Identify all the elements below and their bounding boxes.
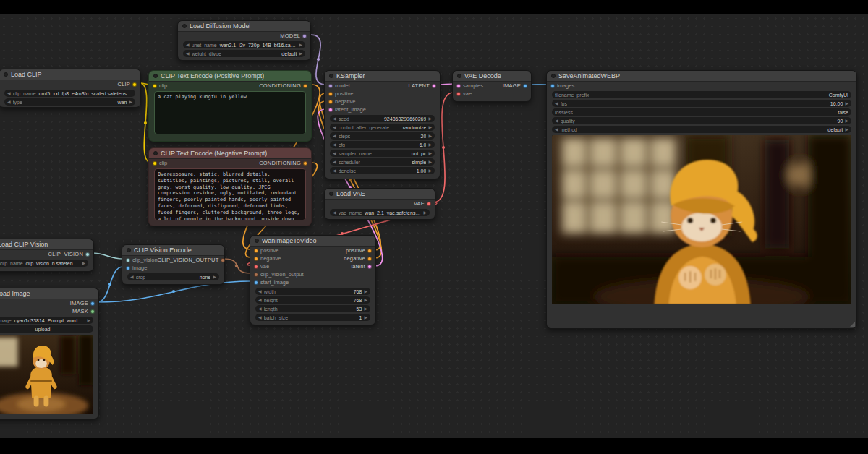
input-slot-positive[interactable]: positive xyxy=(254,247,278,254)
widget-control-after-generate[interactable]: control_after_generate randomize xyxy=(330,124,435,131)
slot-dot-icon[interactable] xyxy=(456,84,461,88)
slot-dot-icon[interactable] xyxy=(328,92,333,96)
slot-dot-icon[interactable] xyxy=(328,84,333,88)
negative-prompt-text[interactable]: Overexposure, static, blurred details, s… xyxy=(154,168,306,220)
node-header[interactable]: Load CLIP xyxy=(0,69,140,80)
output-slot-positive[interactable]: positive xyxy=(346,247,372,254)
arrow-right-icon[interactable] xyxy=(82,261,85,265)
node-header[interactable]: Load Image xyxy=(0,288,98,299)
slot-dot-icon[interactable] xyxy=(427,202,431,206)
output-slot-image[interactable]: IMAGE xyxy=(503,82,527,89)
output-slot-clip-vision[interactable]: CLIP_VISION xyxy=(48,251,90,257)
arrow-left-icon[interactable] xyxy=(555,127,558,132)
upload-button[interactable]: upload xyxy=(0,325,93,333)
slot-dot-icon[interactable] xyxy=(254,273,258,277)
node-load-clip-vision[interactable]: Load CLIP Vision CLIP_VISION clip_name c… xyxy=(0,239,94,272)
slot-dot-icon[interactable] xyxy=(132,82,137,87)
arrow-left-icon[interactable] xyxy=(186,43,190,47)
node-save-animated-webp[interactable]: SaveAnimatedWEBP images filename_prefix … xyxy=(546,70,857,329)
node-header[interactable]: KSampler xyxy=(325,71,440,82)
input-slot-vae[interactable]: vae xyxy=(456,90,472,97)
output-slot-mask[interactable]: MASK xyxy=(72,308,95,314)
slot-dot-icon[interactable] xyxy=(456,92,461,96)
node-vae-decode[interactable]: VAE Decode samples IMAGE vae xyxy=(452,70,532,102)
arrow-right-icon[interactable] xyxy=(428,151,432,155)
slot-dot-icon[interactable] xyxy=(126,258,130,262)
input-slot-negative[interactable]: negative xyxy=(328,98,355,105)
input-slot-start-image[interactable]: start_image xyxy=(254,279,289,286)
slot-dot-icon[interactable] xyxy=(432,84,436,88)
arrow-left-icon[interactable] xyxy=(333,125,336,129)
input-slot-clip-vision-output[interactable]: clip_vision_output xyxy=(254,271,304,278)
collapse-dot-icon[interactable] xyxy=(329,74,333,78)
positive-prompt-text[interactable]: a cat playing kungfu in yellow xyxy=(154,91,306,134)
arrow-left-icon[interactable] xyxy=(130,275,134,279)
widget-unet-name[interactable]: unet_name wan2.1_i2v_720p_14B_bf16.safet… xyxy=(183,41,305,48)
output-slot-latent[interactable]: LATENT xyxy=(409,82,436,89)
node-header[interactable]: WanImageToVideo xyxy=(250,236,375,247)
slot-dot-icon[interactable] xyxy=(254,249,258,253)
collapse-dot-icon[interactable] xyxy=(4,72,8,77)
slot-dot-icon[interactable] xyxy=(367,265,372,269)
arrow-right-icon[interactable] xyxy=(845,101,848,106)
slot-dot-icon[interactable] xyxy=(303,84,307,88)
widget-height[interactable]: height 768 xyxy=(255,296,370,304)
arrow-left-icon[interactable] xyxy=(258,298,262,302)
arrow-right-icon[interactable] xyxy=(129,100,132,104)
output-slot-conditioning[interactable]: CONDITIONING xyxy=(259,160,307,166)
widget-fps[interactable]: fps 16.00 xyxy=(552,100,851,107)
node-header[interactable]: SaveAnimatedWEBP xyxy=(547,71,856,82)
input-slot-model[interactable]: model xyxy=(328,82,349,89)
slot-dot-icon[interactable] xyxy=(153,161,157,166)
arrow-left-icon[interactable] xyxy=(333,151,336,155)
input-slot-image[interactable]: image xyxy=(126,265,147,271)
widget-lossless[interactable]: lossless false xyxy=(552,108,851,116)
arrow-left-icon[interactable] xyxy=(333,160,336,164)
slot-dot-icon[interactable] xyxy=(221,258,225,262)
collapse-dot-icon[interactable] xyxy=(329,192,333,196)
node-header[interactable]: CLIP Text Encode (Positive Prompt) xyxy=(149,71,311,82)
collapse-dot-icon[interactable] xyxy=(551,74,556,78)
output-slot-latent[interactable]: latent xyxy=(351,263,372,270)
arrow-left-icon[interactable] xyxy=(333,116,336,121)
arrow-right-icon[interactable] xyxy=(299,51,302,56)
arrow-left-icon[interactable] xyxy=(258,289,262,294)
node-header[interactable]: CLIP Text Encode (Negative Prompt) xyxy=(149,148,311,159)
input-slot-positive[interactable]: positive xyxy=(328,90,353,97)
arrow-left-icon[interactable] xyxy=(333,134,336,138)
output-slot-conditioning[interactable]: CONDITIONING xyxy=(259,82,307,89)
arrow-right-icon[interactable] xyxy=(364,289,367,294)
slot-dot-icon[interactable] xyxy=(303,161,307,166)
widget-sampler-name[interactable]: sampler_name uni_pc xyxy=(330,150,435,157)
arrow-right-icon[interactable] xyxy=(428,160,432,164)
slot-dot-icon[interactable] xyxy=(153,84,157,88)
arrow-left-icon[interactable] xyxy=(7,91,11,95)
collapse-dot-icon[interactable] xyxy=(182,24,187,28)
input-slot-latent-image[interactable]: latent_image xyxy=(328,106,366,113)
slot-dot-icon[interactable] xyxy=(328,100,333,104)
node-wan-image-to-video[interactable]: WanImageToVideo positive positive negati… xyxy=(250,235,376,325)
collapse-dot-icon[interactable] xyxy=(255,239,259,243)
node-load-diffusion-model[interactable]: Load Diffusion Model MODEL unet_name wan… xyxy=(177,20,311,61)
slot-dot-icon[interactable] xyxy=(367,249,372,253)
arrow-right-icon[interactable] xyxy=(428,125,432,129)
node-clip-text-encode-positive[interactable]: CLIP Text Encode (Positive Prompt) clip … xyxy=(148,70,312,142)
widget-quality[interactable]: quality 90 xyxy=(552,117,851,124)
output-slot-vae[interactable]: VAE xyxy=(414,200,431,207)
collapse-dot-icon[interactable] xyxy=(127,248,131,252)
widget-clip-name[interactable]: clip_name clip_vision_h.safetensors xyxy=(0,260,88,267)
arrow-left-icon[interactable] xyxy=(333,168,336,173)
arrow-right-icon[interactable] xyxy=(845,127,848,132)
arrow-right-icon[interactable] xyxy=(423,210,427,215)
widget-crop[interactable]: crop none xyxy=(127,273,219,280)
node-header[interactable]: CLIP Vision Encode xyxy=(122,245,224,256)
widget-filename-prefix[interactable]: filename_prefix ComfyUI xyxy=(552,91,851,98)
output-slot-image[interactable]: IMAGE xyxy=(70,300,95,307)
slot-dot-icon[interactable] xyxy=(254,265,258,269)
input-slot-negative[interactable]: negative xyxy=(254,255,281,262)
arrow-left-icon[interactable] xyxy=(7,100,11,104)
slot-dot-icon[interactable] xyxy=(367,257,372,261)
arrow-right-icon[interactable] xyxy=(428,168,432,173)
arrow-left-icon[interactable] xyxy=(555,101,558,106)
output-slot-negative[interactable]: negative xyxy=(344,255,372,262)
